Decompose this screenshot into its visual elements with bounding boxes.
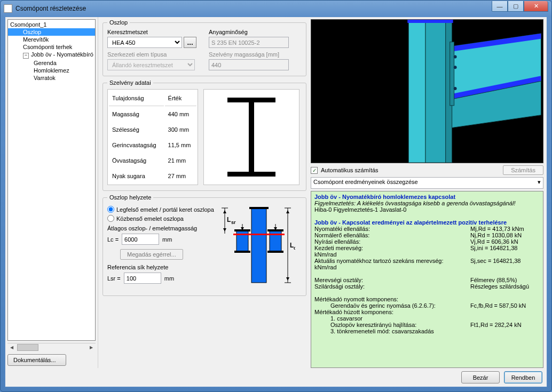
results-heading-1[interactable]: Jobb öv - Nyomatékbíró homloklemezes kap…	[314, 194, 455, 200]
dialog-footer: Bezár Rendben	[5, 368, 547, 387]
svg-marker-33	[407, 20, 453, 23]
svg-marker-16	[286, 277, 289, 281]
window-buttons: — ▢ ✕	[492, 1, 548, 12]
svg-marker-22	[223, 228, 226, 231]
material-field	[209, 37, 289, 48]
table-row: Gerincvastagság11,5 mm	[109, 138, 196, 153]
radio-top-floor[interactable]	[107, 206, 114, 213]
scroll-right-icon[interactable]: ▶	[87, 343, 96, 351]
results-heading-2[interactable]: Jobb öv - Kapcsolat eredményei az alapér…	[314, 219, 507, 226]
tree-node-terhek[interactable]: Csomóponti terhek	[8, 43, 95, 51]
section-height-field	[209, 59, 289, 70]
svg-text:c: c	[294, 245, 295, 251]
tree-node-homloklemez[interactable]: Homloklemez	[8, 67, 95, 74]
tree-panel: Csomópont_1 Oszlop Merevítők Csomóponti …	[5, 17, 98, 368]
svg-rect-11	[249, 207, 269, 209]
svg-rect-38	[450, 42, 454, 106]
svg-marker-30	[408, 20, 425, 163]
column-group: Oszlop Keresztmetszet HEA 450 ... Anyagm…	[102, 19, 306, 76]
scroll-thumb[interactable]	[17, 344, 38, 351]
maximize-button[interactable]: ▢	[508, 1, 524, 12]
table-row: Szélesség300 mm	[109, 123, 196, 137]
section-data-group: Szelvény adatai Tulajdonság Érték Magass…	[102, 79, 306, 191]
radio-mid-floor[interactable]	[107, 215, 114, 222]
dialog-window: Csomópont részletezése — ▢ ✕ Csomópont_1…	[0, 0, 552, 392]
material-label: Anyagminőség	[209, 29, 302, 35]
results-pane[interactable]: Jobb öv - Nyomatékbíró homloklemezes kap…	[311, 191, 543, 368]
properties-table: Tulajdonság Érték Magasság440 mm Széless…	[107, 89, 198, 185]
tens-heading: Mértékadó húzott komponens:	[314, 309, 393, 315]
lsr-unit: mm	[164, 275, 174, 282]
lc-unit: mm	[162, 236, 172, 243]
struct-type-select: Állandó keresztmetszet	[107, 59, 195, 70]
svg-text:L: L	[227, 216, 231, 223]
cross-section-select[interactable]: HEA 450	[107, 37, 182, 48]
tens-row: 1. csavarsor	[314, 315, 540, 322]
lsr-name: Lsr =	[107, 275, 121, 282]
ibeam-icon	[222, 94, 281, 180]
tree-node-gerenda[interactable]: Gerenda	[8, 59, 95, 67]
radio-top-floor-label: Legfelső emelet / portál keret oszlopa	[116, 206, 214, 213]
results-counts: Hiba-0 Figyelmeztetés-1 Javaslat-0	[314, 206, 406, 213]
svg-point-39	[454, 55, 457, 59]
scroll-left-icon[interactable]: ◀	[7, 343, 16, 351]
unit-row: kNm/rad	[314, 264, 337, 270]
3d-viewport[interactable]	[311, 19, 543, 163]
svg-marker-21	[223, 210, 226, 213]
cross-section-browse-button[interactable]: ...	[184, 37, 196, 48]
ok-button[interactable]: Rendben	[504, 371, 542, 383]
results-mode-select[interactable]: Csomópont eredményeinek összegzése ▾	[311, 177, 543, 189]
calculate-button: Számítás	[503, 165, 543, 175]
tree-node-oszlop[interactable]: Oszlop	[8, 28, 95, 36]
lc-field[interactable]	[122, 234, 159, 245]
tree-node-jobb-ov[interactable]: Jobb öv - Nyomatékbíró hom	[8, 51, 95, 59]
radio-mid-floor-label: Közbenső emelet oszlopa	[116, 215, 184, 222]
svg-rect-10	[233, 234, 285, 235]
table-row: Nyak sugara27 mm	[109, 169, 196, 183]
section-height-label: Szelvény magassága [mm]	[209, 51, 302, 58]
svg-point-40	[454, 66, 457, 69]
results-warning: Figyelmeztetés: A kiékelés övvastagsága …	[314, 200, 515, 206]
svg-rect-0	[227, 98, 275, 102]
struct-type-label: Szerkezeti elem típusa	[107, 51, 200, 58]
minimize-button[interactable]: —	[492, 1, 508, 12]
tree-view[interactable]: Csomópont_1 Oszlop Merevítők Csomóponti …	[7, 19, 96, 341]
svg-marker-31	[425, 20, 446, 163]
tree-h-scrollbar[interactable]: ◀ ▶	[7, 343, 96, 352]
table-row: Magasság440 mm	[109, 107, 196, 122]
cross-section-label: Keresztmetszet	[107, 29, 200, 35]
svg-text:sr: sr	[231, 220, 236, 225]
tree-node-merevitok[interactable]: Merevítők	[8, 36, 95, 43]
documentation-button[interactable]: Dokumentálás...	[7, 354, 66, 366]
section-preview	[203, 89, 299, 185]
app-icon	[4, 4, 12, 13]
lc-name: Lc =	[107, 236, 119, 243]
model-render-icon	[311, 20, 543, 163]
tree-node-root[interactable]: Csomópont_1	[8, 21, 95, 28]
svg-point-41	[454, 87, 457, 90]
tree-node-varratok[interactable]: Varratok	[8, 74, 95, 82]
tens-row: 3. tönkremeneteli mód: csavarszakadás	[314, 328, 540, 334]
auto-calc-label: Automatikus számítás	[321, 167, 378, 173]
close-button[interactable]: ✕	[524, 1, 548, 12]
svg-rect-2	[227, 172, 275, 177]
form-panel: Oszlop Keresztmetszet HEA 450 ... Anyagm…	[98, 17, 311, 368]
titlebar: Csomópont részletezése	[1, 1, 551, 17]
column-diagram-icon: L c L sr	[220, 204, 295, 289]
svg-rect-8	[234, 251, 250, 253]
ref-plane-label: Referencia sík helyzete	[107, 264, 214, 270]
comp-heading: Mértékadó nyomott komponens:	[314, 296, 398, 302]
table-row: Övvastagság21 mm	[109, 154, 196, 168]
col-val: Érték	[165, 91, 196, 106]
svg-rect-3	[251, 208, 266, 283]
client-area: Csomópont_1 Oszlop Merevítők Csomóponti …	[5, 17, 547, 387]
close-dialog-button[interactable]: Bezár	[461, 371, 500, 383]
position-legend: Oszlop helyzete	[107, 194, 153, 201]
window-title: Csomópont részletezése	[15, 5, 86, 12]
chevron-down-icon: ▾	[538, 179, 541, 186]
lsr-field[interactable]	[124, 273, 161, 284]
right-panel: Automatikus számítás Számítás Csomópont …	[311, 17, 547, 368]
auto-calc-checkbox[interactable]	[311, 167, 318, 174]
svg-rect-1	[249, 102, 254, 172]
position-group: Oszlop helyzete Legfelső emelet / portál…	[102, 194, 306, 296]
